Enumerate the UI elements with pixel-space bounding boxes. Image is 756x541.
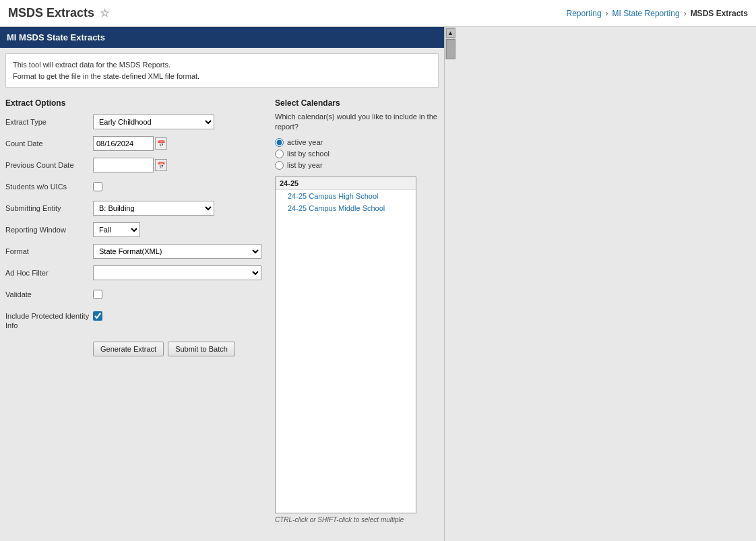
radio-list-by-year-label: list by year bbox=[287, 161, 323, 169]
count-date-label: Count Date bbox=[5, 136, 93, 148]
page-title: MSDS Extracts bbox=[8, 6, 94, 20]
prev-count-date-row: Previous Count Date 📅 bbox=[5, 158, 261, 174]
breadcrumb-sep-1: › bbox=[606, 9, 608, 18]
include-protected-row: Include Protected Identity Info bbox=[5, 309, 261, 331]
submitting-entity-label: Submitting Entity bbox=[5, 201, 93, 213]
breadcrumb: Reporting › MI State Reporting › MSDS Ex… bbox=[567, 9, 748, 18]
students-wo-uics-label: Students w/o UICs bbox=[5, 179, 93, 191]
scroll-thumb[interactable] bbox=[446, 39, 455, 59]
reporting-window-label: Reporting Window bbox=[5, 222, 93, 234]
two-col-layout: Extract Options Extract Type Early Child… bbox=[0, 93, 444, 529]
radio-list-by-school-label: list by school bbox=[287, 150, 329, 158]
extract-type-select[interactable]: Early Childhood Building District Studen… bbox=[93, 115, 214, 129]
submitting-entity-select[interactable]: B: Building D: District bbox=[93, 201, 214, 216]
validate-label: Validate bbox=[5, 287, 93, 299]
students-wo-uics-control bbox=[93, 179, 261, 193]
count-date-control: 📅 bbox=[93, 136, 261, 151]
prev-count-date-label: Previous Count Date bbox=[5, 158, 93, 170]
count-date-input-group: 📅 bbox=[93, 136, 261, 151]
extract-options-heading: Extract Options bbox=[5, 98, 261, 108]
extract-type-control: Early Childhood Building District Studen… bbox=[93, 115, 261, 129]
prev-count-date-calendar-icon[interactable]: 📅 bbox=[155, 159, 167, 171]
format-select[interactable]: State Format(XML) CSV bbox=[93, 244, 261, 259]
reporting-window-row: Reporting Window Fall Spring Summer bbox=[5, 222, 261, 238]
section-header: MI MSDS State Extracts bbox=[0, 27, 444, 48]
students-wo-uics-checkbox[interactable] bbox=[93, 182, 102, 191]
students-wo-uics-row: Students w/o UICs bbox=[5, 179, 261, 195]
radio-list-by-school-input[interactable] bbox=[275, 150, 284, 158]
calendar-item-middle-school[interactable]: 24-25 Campus Middle School bbox=[276, 202, 416, 214]
extract-options-panel: Extract Options Extract Type Early Child… bbox=[5, 98, 261, 523]
radio-active-year-input[interactable] bbox=[275, 138, 284, 147]
prev-count-date-input[interactable] bbox=[93, 158, 154, 172]
main-content: MI MSDS State Extracts This tool will ex… bbox=[0, 27, 756, 541]
calendar-item-high-school[interactable]: 24-25 Campus High School bbox=[276, 190, 416, 202]
select-calendars-panel: Select Calendars Which calendar(s) would… bbox=[261, 98, 439, 523]
section-header-text: MI MSDS State Extracts bbox=[7, 32, 105, 42]
select-calendars-heading: Select Calendars bbox=[275, 98, 439, 108]
breadcrumb-mi-state-reporting[interactable]: MI State Reporting bbox=[612, 9, 680, 18]
radio-list-by-year: list by year bbox=[275, 161, 439, 170]
left-panel: MI MSDS State Extracts This tool will ex… bbox=[0, 27, 445, 541]
validate-row: Validate bbox=[5, 287, 261, 303]
format-row: Format State Format(XML) CSV bbox=[5, 244, 261, 260]
description-line2: Format to get the file in the state-defi… bbox=[13, 71, 431, 82]
format-control: State Format(XML) CSV bbox=[93, 244, 261, 259]
button-row: Generate Extract Submit to Batch bbox=[5, 342, 261, 356]
description-box: This tool will extract data for the MSDS… bbox=[5, 53, 439, 88]
extract-type-row: Extract Type Early Childhood Building Di… bbox=[5, 115, 261, 131]
include-protected-control bbox=[93, 309, 261, 323]
page-title-area: MSDS Extracts ☆ bbox=[8, 6, 109, 20]
breadcrumb-current: MSDS Extracts bbox=[691, 9, 748, 18]
calendar-group-header-24-25: 24-25 bbox=[276, 177, 416, 190]
description-line1: This tool will extract data for the MSDS… bbox=[13, 59, 431, 71]
validate-checkbox[interactable] bbox=[93, 290, 102, 299]
submit-to-batch-button[interactable]: Submit to Batch bbox=[168, 342, 235, 356]
generate-extract-button[interactable]: Generate Extract bbox=[93, 342, 164, 356]
adhoc-filter-select[interactable] bbox=[93, 265, 261, 280]
calendar-radio-group: active year list by school list by year bbox=[275, 138, 439, 170]
format-label: Format bbox=[5, 244, 93, 256]
calendar-question: Which calendar(s) would you like to incl… bbox=[275, 112, 439, 133]
top-bar: MSDS Extracts ☆ Reporting › MI State Rep… bbox=[0, 0, 756, 27]
include-protected-label: Include Protected Identity Info bbox=[5, 309, 93, 331]
calendar-hint: CTRL-click or SHIFT-click to select mult… bbox=[275, 516, 439, 523]
submitting-entity-row: Submitting Entity B: Building D: Distric… bbox=[5, 201, 261, 217]
prev-count-date-control: 📅 bbox=[93, 158, 261, 172]
include-protected-checkbox[interactable] bbox=[93, 311, 102, 321]
favorite-star-icon[interactable]: ☆ bbox=[100, 7, 109, 20]
submitting-entity-control: B: Building D: District bbox=[93, 201, 261, 216]
extract-type-label: Extract Type bbox=[5, 115, 93, 127]
right-scrollbar[interactable]: ▲ bbox=[445, 27, 455, 59]
breadcrumb-reporting[interactable]: Reporting bbox=[567, 9, 602, 18]
prev-count-date-input-group: 📅 bbox=[93, 158, 261, 172]
radio-list-by-year-input[interactable] bbox=[275, 161, 284, 170]
right-panel: ▲ bbox=[445, 27, 756, 541]
count-date-row: Count Date 📅 bbox=[5, 136, 261, 152]
count-date-input[interactable] bbox=[93, 136, 154, 151]
count-date-calendar-icon[interactable]: 📅 bbox=[155, 137, 167, 150]
adhoc-filter-label: Ad Hoc Filter bbox=[5, 265, 93, 278]
calendar-listbox[interactable]: 24-25 24-25 Campus High School 24-25 Cam… bbox=[275, 177, 416, 513]
radio-list-by-school: list by school bbox=[275, 150, 439, 158]
validate-control bbox=[93, 287, 261, 301]
radio-active-year: active year bbox=[275, 138, 439, 147]
radio-active-year-label: active year bbox=[287, 138, 323, 146]
breadcrumb-sep-2: › bbox=[684, 9, 687, 18]
reporting-window-control: Fall Spring Summer bbox=[93, 222, 261, 237]
adhoc-filter-row: Ad Hoc Filter bbox=[5, 265, 261, 282]
reporting-window-select[interactable]: Fall Spring Summer bbox=[93, 222, 140, 237]
scroll-up-arrow[interactable]: ▲ bbox=[446, 28, 455, 38]
adhoc-filter-control bbox=[93, 265, 261, 280]
